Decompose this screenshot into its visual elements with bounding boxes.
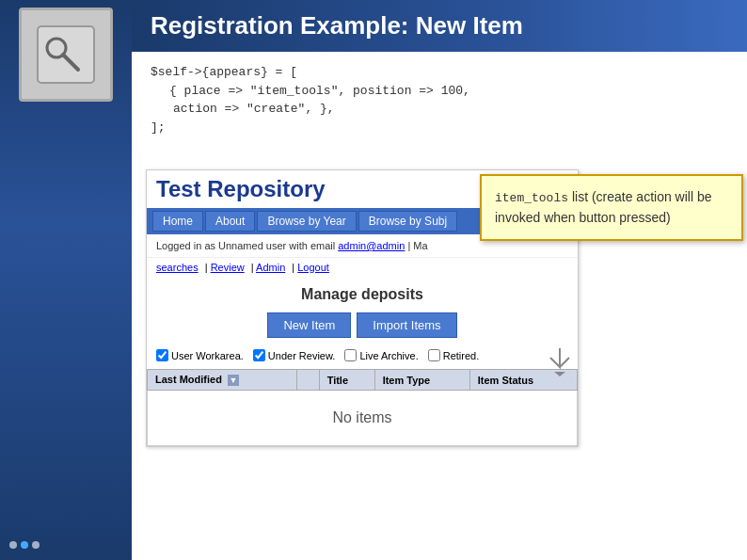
dot-1[interactable] — [9, 541, 17, 549]
filter-retired[interactable]: Retired. — [428, 349, 480, 361]
dot-3[interactable] — [32, 541, 40, 549]
repo-action-links: searches | Review | Admin | Logout — [147, 258, 578, 277]
slide-nav-dots[interactable] — [9, 541, 40, 549]
nav-home[interactable]: Home — [152, 211, 203, 232]
logged-in-text: Logged in as Unnamed user with email — [156, 240, 338, 251]
link-logout[interactable]: Logout — [297, 262, 329, 273]
email-suffix: | Ma — [407, 240, 427, 251]
checkbox-retired[interactable] — [428, 349, 440, 361]
filter-row: User Workarea. Under Review. Live Archiv… — [147, 345, 578, 365]
code-line-2: { place => "item_tools", position => 100… — [169, 82, 728, 101]
manage-deposits-title: Manage deposits — [147, 277, 578, 309]
link-review[interactable]: Review — [211, 262, 245, 273]
nav-about[interactable]: About — [205, 211, 255, 232]
nav-browse-year[interactable]: Browse by Year — [257, 211, 356, 232]
col-item-type: Item Type — [374, 370, 469, 391]
left-decorative-panel — [0, 0, 132, 560]
callout-code: item_tools — [495, 191, 568, 205]
nav-browse-subj[interactable]: Browse by Subj — [358, 211, 457, 232]
col-last-modified[interactable]: Last Modified ▼ — [148, 370, 297, 391]
sort-icon-modified[interactable]: ▼ — [228, 375, 239, 386]
new-item-button[interactable]: New Item — [267, 312, 351, 338]
checkbox-user-workarea[interactable] — [156, 349, 168, 361]
dot-2[interactable] — [21, 541, 28, 549]
code-line-1: $self->{appears} = [ — [151, 63, 728, 82]
no-items-row: No items — [148, 391, 578, 446]
no-items-cell: No items — [148, 391, 578, 446]
checkbox-under-review[interactable] — [253, 349, 265, 361]
col-last-modified-label: Last Modified — [155, 374, 222, 385]
slide-container: Registration Example: New Item $self->{a… — [0, 0, 747, 560]
filter-under-review[interactable]: Under Review. — [253, 349, 336, 361]
items-table: Last Modified ▼ Title Item Type Item Sta… — [147, 369, 578, 446]
col-title: Title — [319, 370, 374, 391]
slide-title: Registration Example: New Item — [151, 11, 523, 40]
svg-marker-3 — [554, 372, 565, 376]
slide-title-bar: Registration Example: New Item — [132, 0, 747, 52]
filter-live-archive[interactable]: Live Archive. — [344, 349, 418, 361]
code-line-3: action => "create", }, — [173, 100, 728, 119]
slide-main-content: Registration Example: New Item $self->{a… — [132, 0, 747, 560]
deposit-action-buttons: New Item Import Items — [147, 309, 578, 345]
import-items-button[interactable]: Import Items — [357, 312, 456, 338]
link-searches[interactable]: searches — [156, 262, 199, 273]
filter-user-workarea[interactable]: User Workarea. — [156, 349, 244, 361]
checkbox-live-archive[interactable] — [344, 349, 357, 361]
code-block: $self->{appears} = [ { place => "item_to… — [132, 52, 747, 144]
code-line-4: ]; — [151, 119, 728, 137]
callout-arrow — [541, 348, 579, 380]
svg-rect-0 — [38, 26, 94, 83]
callout-box: item_tools list (create action will be i… — [480, 174, 743, 241]
admin-email-link[interactable]: admin@admin — [338, 240, 405, 251]
decorative-icon — [19, 8, 113, 102]
col-checkbox — [296, 370, 319, 391]
link-admin[interactable]: Admin — [256, 262, 285, 273]
